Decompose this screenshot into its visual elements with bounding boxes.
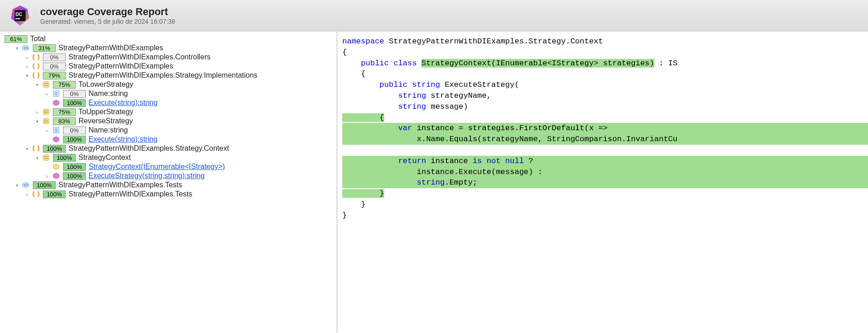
code-text: : IS [654, 59, 678, 68]
svg-point-29 [24, 184, 26, 186]
dotcover-logo-icon: DC [9, 5, 31, 26]
coverage-badge: 79% [43, 72, 66, 79]
covered-code: string.Empty; [342, 177, 868, 188]
tree-label: Total [30, 35, 46, 43]
svg-marker-27 [53, 173, 59, 179]
coverage-badge: 75% [53, 108, 76, 116]
tree-node-namespace[interactable]: ▹ 0% StrategyPatternWithDIExamples [5, 62, 332, 71]
coverage-badge: 100% [33, 181, 56, 189]
method-link[interactable]: ExecuteStrategy(string,string):string [89, 172, 204, 180]
tree-label: StrategyPatternWithDIExamples.Tests [68, 190, 192, 198]
expand-toggle-icon[interactable]: ▾ [15, 183, 19, 188]
expand-toggle-icon[interactable]: ▾ [15, 46, 19, 51]
tree-node-property[interactable]: ▹ 0% Name:string [5, 89, 332, 98]
tree-node-class[interactable]: ▾ 75% ToLowerStrategy [5, 80, 332, 89]
expand-toggle-icon[interactable]: ▹ [45, 174, 49, 179]
coverage-badge: 75% [53, 81, 76, 89]
svg-marker-22 [53, 137, 59, 142]
namespace-icon [32, 144, 40, 153]
property-icon [52, 126, 60, 134]
page-title: coverage Coverage Report [40, 6, 175, 18]
tree-label: ToLowerStrategy [78, 80, 133, 89]
tree-label: StrategyPatternWithDIExamples [58, 44, 163, 52]
tree-node-constructor[interactable]: ▹ 100% StrategyContext(IEnumerable<IStra… [5, 162, 332, 171]
expand-toggle-icon[interactable]: ▹ [45, 91, 49, 96]
coverage-tree[interactable]: 61% Total ▾ 31% StrategyPatternWithDIExa… [0, 32, 338, 333]
code-keyword: is not null [473, 157, 524, 165]
tree-label: StrategyPatternWithDIExamples.Tests [58, 181, 182, 189]
svg-rect-8 [44, 85, 48, 86]
expand-toggle-icon[interactable]: ▹ [45, 128, 49, 133]
code-blank [342, 145, 868, 156]
expand-toggle-icon[interactable]: ▹ [35, 110, 39, 115]
code-text: ExecuteStrategy( [440, 80, 519, 89]
method-link[interactable]: Execute(string):string [89, 99, 157, 107]
tree-total[interactable]: 61% Total [5, 34, 332, 43]
svg-rect-16 [43, 118, 49, 124]
tree-node-class[interactable]: ▹ 75% ToUpperStrategy [5, 107, 332, 116]
property-icon [52, 90, 60, 98]
tree-label: Name:string [89, 90, 128, 98]
expand-toggle-icon[interactable]: ▾ [25, 146, 29, 151]
tree-node-method[interactable]: ▹ 100% Execute(string):string [5, 98, 332, 107]
tree-node-assembly[interactable]: ▾ 31% StrategyPatternWithDIExamples [5, 43, 332, 53]
code-text: { [342, 47, 868, 58]
method-link[interactable]: StrategyContext(IEnumerable<IStrategy>) [89, 163, 225, 171]
code-text: } [342, 199, 868, 210]
tree-node-property[interactable]: ▹ 0% Name:string [5, 126, 332, 135]
method-icon [52, 135, 60, 143]
covered-code: x.Name.Equals(strategyName, StringCompar… [342, 134, 868, 145]
code-keyword: return [342, 157, 426, 165]
tree-label: ReverseStrategy [78, 117, 133, 125]
svg-rect-2 [16, 18, 20, 19]
tree-label: StrategyPatternWithDIExamples.Strategy.C… [68, 144, 229, 153]
svg-marker-12 [53, 100, 59, 106]
svg-rect-7 [44, 83, 48, 84]
svg-rect-9 [53, 91, 59, 96]
tree-node-method[interactable]: ▹ 100% Execute(string):string [5, 135, 332, 144]
expand-toggle-icon[interactable]: ▾ [25, 73, 29, 78]
expand-toggle-icon[interactable]: ▹ [25, 192, 29, 197]
title-block: coverage Coverage Report Generated: vier… [40, 6, 175, 25]
tree-node-assembly[interactable]: ▾ 100% StrategyPatternWithDIExamples.Tes… [5, 180, 332, 190]
expand-toggle-icon[interactable]: ▾ [35, 155, 39, 160]
expand-toggle-icon[interactable]: ▾ [35, 119, 39, 124]
svg-rect-25 [44, 158, 48, 159]
svg-rect-14 [44, 111, 48, 111]
tree-node-namespace[interactable]: ▾ 79% StrategyPatternWithDIExamples.Stra… [5, 71, 332, 80]
svg-rect-6 [43, 82, 49, 87]
svg-text:DC: DC [16, 12, 22, 17]
source-code-view: namespace StrategyPatternWithDIExamples.… [338, 32, 868, 333]
code-text: .Empty; [444, 178, 477, 187]
expand-toggle-icon[interactable]: ▹ [25, 55, 29, 60]
svg-rect-20 [55, 129, 58, 130]
tree-node-namespace[interactable]: ▹ 100% StrategyPatternWithDIExamples.Tes… [5, 190, 332, 199]
tree-node-class[interactable]: ▾ 100% StrategyContext [5, 153, 332, 162]
code-keyword: string [342, 178, 444, 187]
svg-marker-26 [53, 164, 59, 169]
code-text: ? [524, 157, 533, 165]
main-area: 61% Total ▾ 31% StrategyPatternWithDIExa… [0, 32, 868, 333]
tree-label: ToUpperStrategy [78, 108, 133, 116]
tree-node-namespace[interactable]: ▾ 100% StrategyPatternWithDIExamples.Str… [5, 144, 332, 153]
expand-toggle-icon[interactable]: ▾ [35, 82, 39, 87]
svg-rect-19 [53, 127, 59, 133]
code-text: } [342, 210, 868, 221]
coverage-badge: 83% [53, 117, 76, 125]
tree-node-namespace[interactable]: ▹ 0% StrategyPatternWithDIExamples.Contr… [5, 53, 332, 62]
covered-code: var instance = strategies.FirstOrDefault… [342, 123, 868, 134]
method-icon [52, 99, 60, 107]
svg-rect-24 [44, 156, 48, 157]
covered-code: return instance is not null ? [342, 156, 868, 167]
method-icon [52, 172, 60, 180]
expand-toggle-icon[interactable]: ▹ [25, 64, 29, 69]
tree-node-class[interactable]: ▾ 83% ReverseStrategy [5, 116, 332, 126]
method-link[interactable]: Execute(string):string [89, 135, 157, 143]
code-text: StrategyPatternWithDIExamples.Strategy.C… [384, 37, 603, 46]
code-text: instance [426, 157, 473, 165]
tree-label: StrategyPatternWithDIExamples [68, 62, 173, 70]
tree-node-method[interactable]: ▹ 100% ExecuteStrategy(string,string):st… [5, 171, 332, 180]
tree-label: StrategyPatternWithDIExamples.Controller… [68, 53, 210, 61]
svg-rect-15 [44, 112, 48, 113]
code-text: { [342, 69, 868, 79]
